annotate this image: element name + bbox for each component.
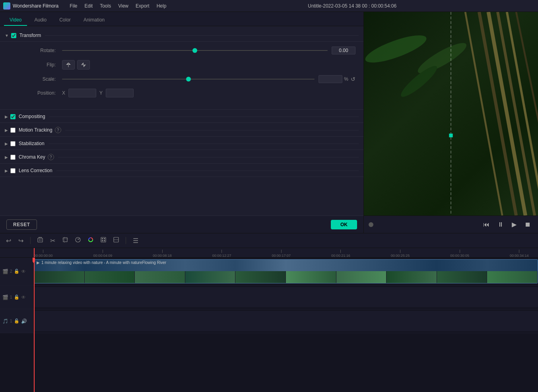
tab-video[interactable]: Video: [4, 15, 27, 26]
section-motion-tracking-header[interactable]: ▶ Motion Tracking ?: [0, 124, 363, 137]
tab-color[interactable]: Color: [54, 15, 76, 26]
track-audio1-icon: 🎵: [2, 318, 8, 324]
clip-thumbnails: [34, 271, 538, 283]
section-lens-correction: ▶ Lens Correction: [0, 165, 363, 177]
section-stabilization-header[interactable]: ▶ Stabilization: [0, 138, 363, 150]
thumb-4: [185, 271, 236, 283]
thumb-10: [487, 271, 538, 283]
speed-icon: [75, 237, 81, 243]
section-compositing-header[interactable]: ▶ Compositing: [0, 111, 363, 123]
tick-label-2: 00:00:08:18: [153, 254, 172, 258]
play-button[interactable]: ▶: [509, 220, 519, 229]
menu-view[interactable]: View: [115, 2, 132, 10]
zoom-fit-button[interactable]: [111, 236, 121, 245]
cut-button[interactable]: ✂: [48, 236, 57, 245]
ok-button[interactable]: OK: [331, 220, 357, 229]
speed-button[interactable]: [73, 236, 83, 245]
app-name: Wondershare Filmora: [13, 3, 58, 9]
menu-export[interactable]: Export: [132, 2, 153, 10]
lens-correction-checkbox[interactable]: [10, 168, 16, 173]
scale-reset-button[interactable]: ↺: [351, 76, 355, 82]
thumb-6: [286, 271, 336, 283]
motion-tracking-checkbox[interactable]: [10, 128, 16, 133]
settings-button[interactable]: ☰: [131, 236, 140, 245]
transform-checkbox[interactable]: [11, 33, 16, 38]
lens-correction-divider: [56, 171, 359, 171]
track-video1-eye-icon[interactable]: 👁: [21, 295, 26, 300]
svg-line-24: [78, 239, 80, 240]
compositing-checkbox[interactable]: [10, 114, 16, 119]
app-logo: Wondershare Filmora: [3, 2, 58, 10]
ruler-ticks: 00:00:00:00 00:00:04:09 00:00:08:18 00:0…: [34, 248, 538, 257]
stop-button[interactable]: ⏹: [522, 220, 533, 229]
chroma-key-help-icon[interactable]: ?: [48, 154, 54, 160]
menu-file[interactable]: File: [66, 2, 80, 10]
zoom-fit-icon: [113, 237, 119, 243]
section-lens-correction-header[interactable]: ▶ Lens Correction: [0, 165, 363, 177]
scale-slider[interactable]: [62, 79, 315, 80]
track-audio1-volume-icon[interactable]: 🔊: [21, 318, 27, 324]
track-content-audio1: [34, 309, 538, 333]
motion-tracking-help-icon[interactable]: ?: [55, 127, 61, 133]
menu-help[interactable]: Help: [153, 2, 170, 10]
track-video2-eye-icon[interactable]: 👁: [21, 269, 26, 274]
track-video2-lock-icon[interactable]: 🔓: [14, 269, 19, 274]
svg-rect-20: [63, 238, 67, 242]
track-video1-lock-icon[interactable]: 🔓: [14, 295, 19, 300]
undo-button[interactable]: ↩: [4, 236, 13, 245]
video-background: [364, 12, 538, 215]
tab-audio[interactable]: Audio: [29, 15, 52, 26]
clip-play-icon: ▶: [37, 260, 40, 265]
compositing-toggle-icon: ▶: [5, 114, 8, 119]
menu-tools[interactable]: Tools: [97, 2, 114, 10]
crop-button[interactable]: [60, 236, 70, 245]
transform-divider: [45, 35, 359, 36]
video-clip[interactable]: ▶ 1 minute relaxing video with nature - …: [34, 259, 538, 283]
position-label: Position:: [24, 90, 56, 96]
ruler-tick-7: 00:00:30:05: [450, 248, 469, 258]
redo-button[interactable]: ↪: [16, 236, 25, 245]
rotate-slider[interactable]: [62, 50, 328, 51]
scale-label: Scale:: [24, 76, 56, 82]
tab-animation[interactable]: Animation: [78, 15, 110, 26]
menu-bar: File Edit Tools View Export Help: [66, 2, 169, 10]
section-stabilization: ▶ Stabilization: [0, 138, 363, 150]
main-area: Video Audio Color Animation ▼ Transform …: [0, 12, 538, 233]
position-x-input[interactable]: 0.0: [68, 89, 96, 97]
chroma-key-checkbox[interactable]: [10, 155, 16, 160]
x-label: X: [62, 90, 65, 96]
track-audio1-number: 1: [10, 319, 12, 323]
menu-edit[interactable]: Edit: [82, 2, 96, 10]
flip-vertical-button[interactable]: [77, 60, 90, 70]
rotate-value-input[interactable]: [332, 47, 355, 54]
tick-label-8: 00:00:34:14: [510, 254, 529, 258]
transform-title: Transform: [19, 33, 41, 38]
stabilization-divider: [49, 144, 359, 144]
tick-label-6: 00:00:25:25: [391, 254, 410, 258]
svg-rect-14: [38, 238, 43, 242]
flip-horizontal-button[interactable]: [62, 60, 75, 70]
step-back-button[interactable]: ⏮: [481, 220, 492, 229]
track-row-video1: 🎬 1 🔓 👁: [0, 285, 538, 309]
properties-panel: Video Audio Color Animation ▼ Transform …: [0, 12, 364, 233]
track-content-video1: [34, 285, 538, 309]
track-audio1-lock-icon[interactable]: 🔓: [14, 318, 19, 324]
section-transform-header[interactable]: ▼ Transform: [0, 29, 363, 42]
position-y-input[interactable]: 0.0: [106, 89, 134, 97]
color-button[interactable]: [86, 236, 95, 245]
thumb-5: [235, 271, 286, 283]
tab-bar: Video Audio Color Animation: [0, 12, 363, 26]
scale-value-input[interactable]: 100.64: [319, 75, 342, 83]
stabilization-checkbox[interactable]: [10, 141, 16, 146]
section-chroma-key-header[interactable]: ▶ Chroma Key ?: [0, 151, 363, 164]
effects-button[interactable]: [99, 236, 108, 245]
delete-button[interactable]: [35, 236, 45, 245]
clip-title: 1 minute relaxing video with nature - A …: [41, 260, 166, 265]
reset-button[interactable]: RESET: [6, 219, 37, 230]
tick-line: [281, 250, 282, 253]
empty-track-audio1: [34, 311, 538, 331]
ruler-tick-8: 00:00:34:14: [510, 248, 529, 258]
tick-line: [340, 250, 341, 253]
slow-play-button[interactable]: ⏸: [495, 220, 506, 229]
tick-line: [221, 250, 222, 253]
